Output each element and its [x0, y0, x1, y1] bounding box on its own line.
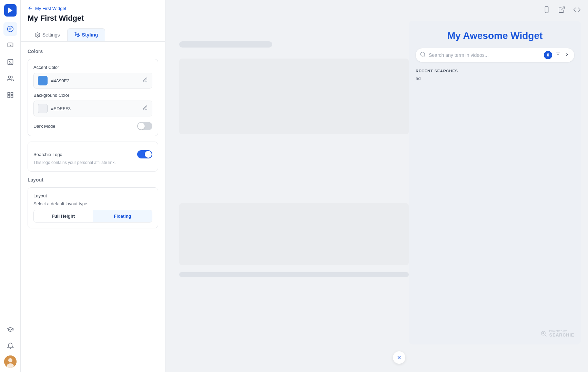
- svg-point-17: [37, 34, 38, 35]
- tab-settings[interactable]: Settings: [28, 28, 67, 41]
- sidebar-item-play[interactable]: [3, 39, 17, 52]
- breadcrumb[interactable]: My First Widget: [28, 6, 158, 11]
- colors-section-title: Colors: [28, 49, 158, 54]
- sidebar-item-grid[interactable]: [3, 88, 17, 102]
- recent-searches-title: RECENT SEARCHES: [416, 69, 574, 73]
- styling-icon: [74, 32, 80, 38]
- bg-color-input[interactable]: #EDEFF3: [33, 101, 152, 116]
- recent-search-item[interactable]: ad: [416, 76, 574, 81]
- widget-preview-title: My Awesome Widget: [417, 30, 573, 41]
- sidebar-item-terminal[interactable]: [3, 55, 17, 69]
- sidebar-item-courses[interactable]: [3, 322, 17, 336]
- powered-by-text: POWERED BY: [549, 330, 574, 332]
- svg-point-14: [8, 358, 12, 362]
- accent-color-input[interactable]: #4A90E2: [33, 73, 152, 89]
- floating-button[interactable]: Floating: [93, 210, 152, 222]
- svg-point-29: [542, 332, 544, 334]
- sidebar-item-users[interactable]: [3, 72, 17, 85]
- logo-description: This logo contains your personal affilia…: [33, 160, 152, 166]
- search-placeholder-text: Search any term in videos...: [429, 52, 541, 58]
- page-title: My First Widget: [28, 14, 158, 23]
- search-forward-icon[interactable]: [564, 51, 570, 59]
- layout-card-description: Select a default layout type.: [33, 201, 152, 206]
- layout-card-title: Layout: [33, 193, 152, 198]
- recent-searches-section: RECENT SEARCHES ad: [409, 69, 581, 81]
- app-logo[interactable]: [4, 4, 17, 17]
- layout-section-title: Layout: [28, 177, 158, 183]
- searchie-logo-card: Searchie Logo This logo contains your pe…: [28, 142, 158, 172]
- sidebar-item-list[interactable]: [3, 22, 17, 36]
- close-widget-button[interactable]: [393, 351, 405, 364]
- layout-button-group: Full Height Floating: [33, 210, 152, 223]
- mobile-preview-icon[interactable]: [541, 4, 552, 15]
- bg-color-hex: #EDEFF3: [51, 106, 71, 111]
- main-toolbar: [536, 0, 588, 19]
- search-count-badge: 0: [544, 51, 552, 59]
- bg-color-label: Background Color: [33, 93, 152, 98]
- accent-color-swatch: [38, 76, 48, 85]
- svg-rect-10: [11, 93, 13, 95]
- logo-toggle-row: Searchie Logo: [33, 150, 152, 158]
- tab-group: Settings Styling: [28, 28, 158, 41]
- accent-color-edit-icon[interactable]: [142, 77, 148, 84]
- user-avatar[interactable]: [4, 355, 17, 368]
- searchie-logo-icon: [540, 330, 547, 337]
- svg-marker-5: [10, 44, 11, 46]
- dark-mode-toggle-knob: [138, 123, 145, 130]
- sidebar-item-notifications[interactable]: [3, 339, 17, 353]
- full-height-button[interactable]: Full Height: [34, 210, 93, 222]
- logo-toggle-knob: [145, 151, 152, 158]
- main-content: My Awesome Widget Search any term in vid…: [165, 0, 588, 372]
- svg-point-18: [77, 34, 78, 35]
- embed-icon[interactable]: [571, 4, 582, 15]
- dark-mode-toggle[interactable]: [137, 122, 152, 130]
- searchie-branding: POWERED BY SEARCHIE: [540, 330, 574, 338]
- brand-name-text: SEARCHIE: [549, 332, 574, 338]
- svg-rect-19: [545, 7, 548, 13]
- widget-preview-panel: My Awesome Widget Search any term in vid…: [409, 21, 581, 344]
- accent-color-hex: #4A90E2: [51, 78, 70, 83]
- dark-mode-label: Dark Mode: [33, 124, 55, 129]
- logo-toggle[interactable]: [137, 150, 152, 158]
- svg-rect-11: [8, 96, 10, 98]
- widget-search-bar[interactable]: Search any term in videos... 0: [416, 48, 574, 62]
- dark-mode-row: Dark Mode: [33, 122, 152, 130]
- left-panel: My First Widget My First Widget Settings…: [21, 0, 165, 372]
- nav-bar: [0, 0, 21, 372]
- svg-point-8: [8, 76, 11, 79]
- svg-line-21: [561, 7, 565, 10]
- colors-card: Accent Color #4A90E2 Background Color: [28, 59, 158, 136]
- search-filter-icon[interactable]: [555, 51, 561, 59]
- back-arrow-icon: [28, 6, 33, 11]
- layout-card: Layout Select a default layout type. Ful…: [28, 187, 158, 228]
- bg-color-edit-icon[interactable]: [142, 105, 148, 112]
- panel-content: Colors Accent Color #4A90E2 Background C…: [21, 42, 165, 372]
- svg-point-22: [420, 52, 425, 56]
- bg-color-swatch: [38, 104, 48, 113]
- settings-icon: [35, 32, 40, 38]
- svg-line-23: [424, 55, 425, 56]
- widget-header: My Awesome Widget: [409, 21, 581, 48]
- tab-styling[interactable]: Styling: [67, 28, 105, 41]
- search-icon: [420, 51, 426, 59]
- svg-rect-9: [8, 93, 10, 95]
- svg-line-28: [545, 335, 547, 337]
- external-link-icon[interactable]: [556, 4, 567, 15]
- panel-header: My First Widget My First Widget Settings…: [21, 0, 165, 42]
- logo-label: Searchie Logo: [33, 152, 62, 157]
- accent-color-label: Accent Color: [33, 65, 152, 70]
- svg-rect-12: [11, 96, 13, 98]
